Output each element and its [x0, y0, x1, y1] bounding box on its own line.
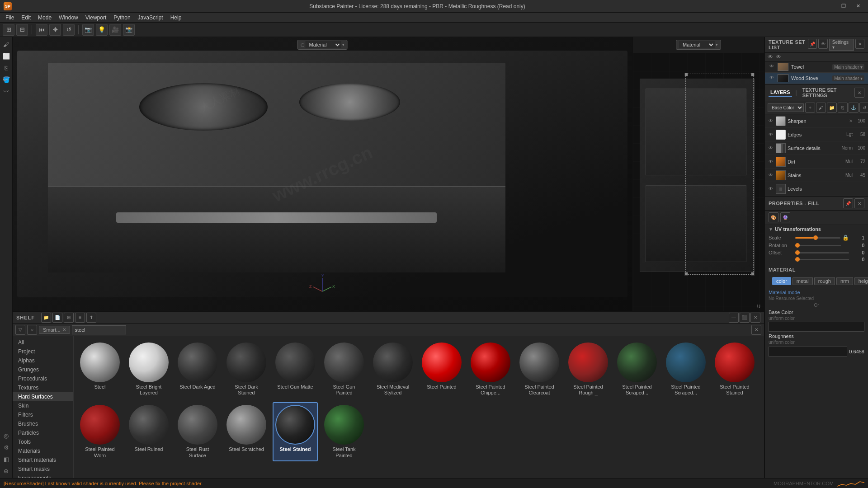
layer-dirt[interactable]: 👁 Dirt Mul 72 [765, 155, 868, 169]
sharpen-close[interactable]: ✕ [849, 118, 853, 123]
mat-tab-height[interactable]: height [854, 277, 868, 285]
shelf-search-input[interactable] [72, 325, 126, 334]
menu-window[interactable]: Window [55, 14, 82, 22]
mat-steel-scratched[interactable]: Steel Scratched [224, 402, 269, 461]
mat-steel-gun-painted[interactable]: Steel Gun Painted [321, 340, 367, 399]
mat-steel-ruined[interactable]: Steel Ruined [126, 402, 171, 461]
shelf-smart-tag[interactable]: Smart... ✕ [39, 326, 70, 334]
props-close-btn[interactable]: ✕ [854, 198, 864, 208]
layer-stains[interactable]: 👁 Stains Mul 45 [765, 169, 868, 182]
fill-mat-icon[interactable]: 🔮 [780, 212, 790, 222]
mat-tab-metal[interactable]: metal [793, 277, 813, 285]
shelf-cat-hard-surfaces[interactable]: Hard Surfaces [13, 392, 73, 401]
layer-levels[interactable]: 👁 ||| Levels [765, 182, 868, 196]
tool-clone[interactable]: ⎘ [1, 62, 12, 73]
sharpen-eye[interactable]: 👁 [768, 118, 774, 123]
minimize-btn[interactable]: — [823, 2, 835, 11]
shelf-cat-alphas[interactable]: Alphas [13, 356, 73, 365]
offset-slider-y[interactable] [795, 259, 849, 260]
base-color-swatch[interactable] [769, 322, 864, 332]
layers-close-btn[interactable]: ✕ [854, 88, 864, 98]
shelf-grid-btn[interactable]: ⊞ [64, 313, 74, 323]
mat-steel-painted-rough[interactable]: Steel Painted Rough _ [566, 340, 611, 399]
tool-env[interactable]: ◎ [1, 430, 12, 441]
menu-mode[interactable]: Mode [34, 14, 55, 22]
toolbar-move-btn[interactable]: ✥ [49, 24, 61, 36]
offset-y-thumb[interactable] [795, 257, 800, 262]
mat-steel[interactable]: Steel [77, 340, 123, 399]
shelf-file-btn[interactable]: 📄 [52, 313, 62, 323]
offset-slider-x[interactable] [795, 252, 849, 253]
shelf-cat-tools[interactable]: Tools [13, 437, 73, 446]
shelf-circle-icon[interactable]: ○ [27, 325, 37, 335]
mat-steel-painted-clearcoat[interactable]: Steel Painted Clearcoat [517, 340, 562, 399]
menu-edit[interactable]: Edit [18, 14, 34, 22]
shelf-expand-btn[interactable]: ⬛ [740, 313, 750, 323]
fill-color-icon[interactable]: 🎨 [769, 212, 778, 222]
shelf-filter-icon[interactable]: ▽ [15, 325, 25, 335]
layer-add-group[interactable]: 📁 [827, 103, 837, 113]
layer-anchor[interactable]: ⚓ [849, 103, 859, 113]
surface-details-eye[interactable]: 👁 [768, 145, 774, 150]
maximize-btn[interactable]: ❐ [837, 2, 850, 11]
texture-set-eye-btn[interactable]: 👁 [818, 39, 828, 49]
stains-eye[interactable]: 👁 [768, 173, 774, 178]
scale-slider[interactable] [795, 237, 840, 239]
viewport-3d[interactable]: ⬡ Material Wireframe Solid ▾ P 2D 📷 ☀ [13, 37, 633, 311]
tool-settings[interactable]: ⚙ [1, 442, 12, 453]
rotation-slider[interactable] [795, 245, 841, 246]
levels-eye[interactable]: 👁 [768, 186, 774, 191]
mat-tab-nrm[interactable]: nrm [836, 277, 853, 285]
layer-surface-details[interactable]: 👁 Surface details Norm 100 [765, 141, 868, 155]
toolbar-layout-btn[interactable]: ⊟ [16, 24, 28, 36]
mat-steel-painted-scraped-2[interactable]: Steel Painted Scraped... [663, 340, 708, 399]
mat-steel-painted-stained[interactable]: Steel Painted Stained [712, 340, 757, 399]
layer-duplicate[interactable]: ⎘ [838, 103, 848, 113]
toolbar-rotate-btn[interactable]: ↺ [63, 24, 75, 36]
mat-tab-rough[interactable]: rough [814, 277, 835, 285]
shelf-close-btn[interactable]: ✕ [750, 313, 760, 323]
shelf-list-btn[interactable]: ≡ [75, 313, 85, 323]
shelf-cat-filters[interactable]: Filters [13, 410, 73, 419]
viewport-uv[interactable]: Material Wireframe Solid ▾ [633, 37, 764, 311]
shelf-cat-project[interactable]: Project [13, 347, 73, 356]
roughness-swatch[interactable] [769, 347, 847, 357]
uv-transform-header[interactable]: ▼ UV transformations [769, 226, 864, 232]
shelf-cat-brushes[interactable]: Brushes [13, 419, 73, 428]
dirt-eye[interactable]: 👁 [768, 159, 774, 164]
close-btn[interactable]: ✕ [852, 2, 864, 11]
toolbar-snapshot-btn[interactable]: 📸 [123, 24, 135, 36]
edges-eye[interactable]: 👁 [768, 132, 774, 137]
mat-steel-gun-matte[interactable]: Steel Gun Matte [273, 340, 318, 399]
menu-viewport[interactable]: Viewport [82, 14, 110, 22]
mat-steel-painted-scraped-1[interactable]: Steel Painted Scraped... [614, 340, 660, 399]
menu-file[interactable]: File [2, 14, 18, 22]
toolbar-camera-btn[interactable]: 📷 [82, 24, 94, 36]
shelf-cat-grunges[interactable]: Grunges [13, 365, 73, 374]
tool-fill[interactable]: 🪣 [1, 74, 12, 85]
shelf-cat-environments[interactable]: Environments [13, 474, 73, 478]
tool-smudge[interactable]: 〰 [1, 86, 12, 97]
toolbar-render-btn[interactable]: 🎥 [109, 24, 121, 36]
layer-add-fill[interactable]: + [805, 103, 815, 113]
menu-help[interactable]: Help [167, 14, 185, 22]
settings-dropdown-btn[interactable]: Settings ▾ [829, 39, 854, 51]
toolbar-grid-btn[interactable]: ⊞ [3, 24, 14, 36]
layer-add-paint[interactable]: 🖌 [816, 103, 826, 113]
shelf-import-btn[interactable]: ⬆ [86, 313, 96, 323]
lock-icon[interactable]: 🔒 [842, 235, 849, 241]
toolbar-prev-btn[interactable]: ⏮ [36, 24, 47, 36]
tool-brush[interactable]: 🖌 [1, 39, 12, 50]
shelf-cat-smart-materials[interactable]: Smart materials [13, 455, 73, 465]
menu-python[interactable]: Python [110, 14, 134, 22]
layer-refresh[interactable]: ↺ [859, 103, 868, 113]
shelf-cat-procedurals[interactable]: Procedurals [13, 374, 73, 383]
shelf-cat-skin[interactable]: Skin [13, 401, 73, 410]
mat-steel-dark-aged[interactable]: Steel Dark Aged [175, 340, 220, 399]
mat-tab-color[interactable]: color [772, 277, 791, 285]
mat-steel-tank-painted[interactable]: Steel Tank Painted [321, 402, 367, 461]
viewport-mode-select[interactable]: Material Wireframe Solid [306, 41, 341, 48]
shelf-cat-textures[interactable]: Textures [13, 383, 73, 392]
mat-steel-painted[interactable]: Steel Painted [419, 340, 464, 399]
mat-steel-rust-surface[interactable]: Steel Rust Surface [175, 402, 220, 461]
